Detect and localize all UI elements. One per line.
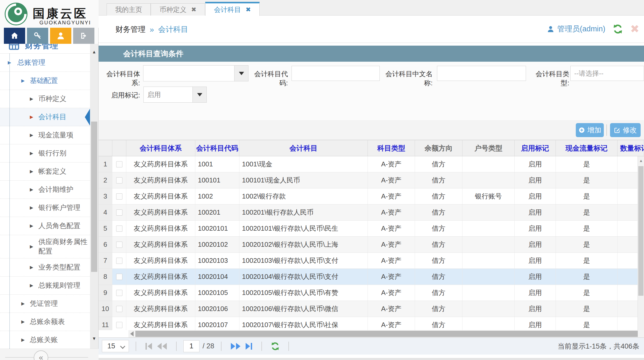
sidebar-item-11[interactable]: ▶业务类型配置 [0, 258, 90, 277]
horizontal-scroll-thumb[interactable] [135, 331, 638, 337]
row-checkbox[interactable] [116, 225, 122, 232]
row-checkbox[interactable] [116, 306, 122, 312]
sidebar-item-5[interactable]: ▶银行行别 [0, 144, 90, 163]
sidebar-item-13[interactable]: ▶凭证管理 [0, 295, 90, 313]
subject-type-select[interactable]: --请选择-- [570, 66, 644, 81]
edit-button[interactable]: 修改 [610, 123, 641, 137]
page-size-select[interactable]: 15 [102, 340, 129, 352]
table-vertical-scrollbar[interactable]: ▲ [638, 156, 644, 332]
sidebar-item-7[interactable]: ▶会计期维护 [0, 181, 90, 199]
sidebar-item-14[interactable]: ▶总账余额表 [0, 313, 90, 331]
subject-system-combobox[interactable] [143, 65, 248, 81]
table-row-11[interactable]: 11友义药房科目体系1002010710020107\银行存款\人民币\社保A-… [99, 317, 644, 332]
scroll-left-icon[interactable] [130, 331, 134, 336]
tab-close-icon[interactable]: ✖ [246, 6, 251, 13]
cell-type: A-资产 [368, 301, 415, 317]
cell-code: 10020105 [195, 285, 239, 301]
tab-accounting-subjects[interactable]: 会计科目 ✖ [205, 2, 260, 16]
table-row-6[interactable]: 6友义药房科目体系1002010210020102\银行存款\人民币\上海A-资… [99, 237, 644, 253]
logout-button[interactable] [73, 28, 94, 44]
row-checkbox[interactable] [116, 177, 122, 183]
collapse-sidebar-button[interactable]: « [34, 350, 48, 360]
row-checkbox[interactable] [116, 274, 122, 280]
table-row-10[interactable]: 10友义药房科目体系1002010610020106\银行存款\人民币\微信A-… [99, 301, 644, 317]
column-header-enabled[interactable]: 启用标记 [515, 140, 556, 156]
column-header-qty[interactable]: 数量标记 [618, 140, 644, 156]
tab-currency[interactable]: 币种定义 ✖ [151, 3, 205, 16]
dropdown-arrow-icon[interactable] [234, 66, 248, 81]
sidebar-item-15[interactable]: ▶总账关账 [0, 331, 90, 349]
row-checkbox[interactable] [116, 322, 122, 328]
refresh-page-icon[interactable] [612, 23, 624, 35]
first-page-button[interactable] [146, 343, 152, 350]
table-row-8[interactable]: 8友义药房科目体系1002010410020104\银行存款\人民币\支付A-资… [99, 269, 644, 285]
sidebar-item-3[interactable]: ▶会计科目 [0, 108, 90, 126]
enabled-flag-combobox[interactable]: 启用 [143, 87, 207, 103]
home-button[interactable] [4, 28, 25, 44]
scroll-up-icon[interactable]: ▲ [638, 158, 644, 163]
next-page-button[interactable] [231, 343, 240, 350]
cell-code: 1002 [195, 188, 239, 204]
table-row-1[interactable]: 1友义药房科目体系10011001\现金A-资产借方启用是 [99, 156, 644, 172]
last-page-button[interactable] [246, 343, 252, 350]
cell-subject: 10020104\银行存款\人民币\支付 [239, 269, 368, 285]
cell-code: 10020106 [195, 301, 239, 317]
row-checkbox[interactable] [116, 290, 122, 296]
tab-my-home[interactable]: 我的主页 [107, 3, 151, 16]
profile-button[interactable] [50, 28, 71, 44]
cell-type: A-资产 [368, 156, 415, 172]
sidebar-item-9[interactable]: ▶人员角色配置 [0, 217, 90, 235]
scroll-down-icon[interactable]: ▼ [90, 336, 98, 341]
sidebar-item-2[interactable]: ▶币种定义 [0, 90, 90, 108]
table-row-3[interactable]: 3友义药房科目体系10021002\银行存款A-资产借方银行账号启用是 [99, 188, 644, 204]
caret-right-icon: ▶ [21, 337, 25, 343]
tab-close-icon[interactable]: ✖ [191, 6, 196, 13]
current-user[interactable]: 管理员(admin) [547, 24, 605, 34]
password-button[interactable] [27, 28, 48, 44]
table-row-7[interactable]: 7友义药房科目体系1002010310020103\银行存款\人民币\支付A-资… [99, 253, 644, 269]
sidebar-item-12[interactable]: ▶总账规则管理 [0, 277, 90, 295]
sidebar-item-label: 帐套定义 [38, 165, 66, 178]
table-row-2[interactable]: 2友义药房科目体系100101100101\现金人民币A-资产借方启用是 [99, 172, 644, 188]
row-checkbox[interactable] [116, 193, 122, 200]
column-header-system[interactable]: 会计科目体系 [126, 140, 195, 156]
table-horizontal-scrollbar[interactable] [99, 330, 644, 337]
cell-check [112, 204, 126, 220]
prev-page-button[interactable] [157, 343, 167, 350]
cell-check [112, 188, 126, 204]
vertical-scroll-thumb[interactable] [638, 166, 643, 296]
window-scrollbar-strip[interactable] [99, 358, 644, 360]
sidebar-item-6[interactable]: ▶帐套定义 [0, 163, 90, 181]
sidebar-item-4[interactable]: ▶现金流量项 [0, 126, 90, 144]
column-header-cashflow[interactable]: 现金流量标记 [556, 140, 618, 156]
sidebar-scrollbar[interactable]: ▲ ▼ [90, 44, 98, 349]
sidebar-item-1[interactable]: ▶基础配置 [0, 72, 90, 90]
sidebar-section-header[interactable]: 财务管理 [0, 44, 90, 53]
cell-code: 10020107 [195, 317, 239, 332]
page-number-input[interactable] [183, 340, 199, 352]
column-header-code[interactable]: 会计科目代码 [195, 140, 239, 156]
table-header: 会计科目体系会计科目代码会计科目科目类型余额方向户号类型启用标记现金流量标记数量… [99, 140, 644, 156]
row-checkbox[interactable] [116, 242, 122, 248]
dropdown-arrow-icon[interactable] [192, 87, 206, 102]
subject-name-input[interactable] [437, 66, 526, 81]
subject-code-input[interactable] [292, 66, 380, 81]
table-row-5[interactable]: 5友义药房科目体系1002010110020101\银行存款\人民币\民生A-资… [99, 221, 644, 237]
scroll-up-icon[interactable]: ▲ [90, 50, 98, 55]
sidebar-item-8[interactable]: ▶银行帐户管理 [0, 199, 90, 217]
column-header-subject[interactable]: 会计科目 [239, 140, 368, 156]
row-checkbox[interactable] [116, 161, 122, 167]
query-panel: 会计科目体系: 会计科目代码: 会计科目中文名称: 会计科目类型: --请选择-… [99, 62, 644, 121]
sidebar-item-label: 基础配置 [30, 74, 58, 87]
row-checkbox[interactable] [116, 258, 122, 264]
sidebar-item-10[interactable]: ▶供应商财务属性配置 [0, 235, 90, 258]
row-checkbox[interactable] [116, 209, 122, 216]
sidebar-scroll-thumb[interactable] [91, 122, 97, 272]
column-header-type[interactable]: 科目类型 [368, 140, 415, 156]
table-row-4[interactable]: 4友义药房科目体系100201100201\银行存款人民币A-资产借方启用是 [99, 204, 644, 221]
add-button[interactable]: 增加 [576, 123, 604, 137]
close-page-icon[interactable]: ✖ [630, 24, 639, 34]
sidebar-item-0[interactable]: ▶总账管理 [0, 54, 90, 72]
refresh-grid-icon[interactable] [270, 341, 280, 351]
table-row-9[interactable]: 9友义药房科目体系1002010510020105\银行存款\人民币\有赞A-资… [99, 285, 644, 301]
